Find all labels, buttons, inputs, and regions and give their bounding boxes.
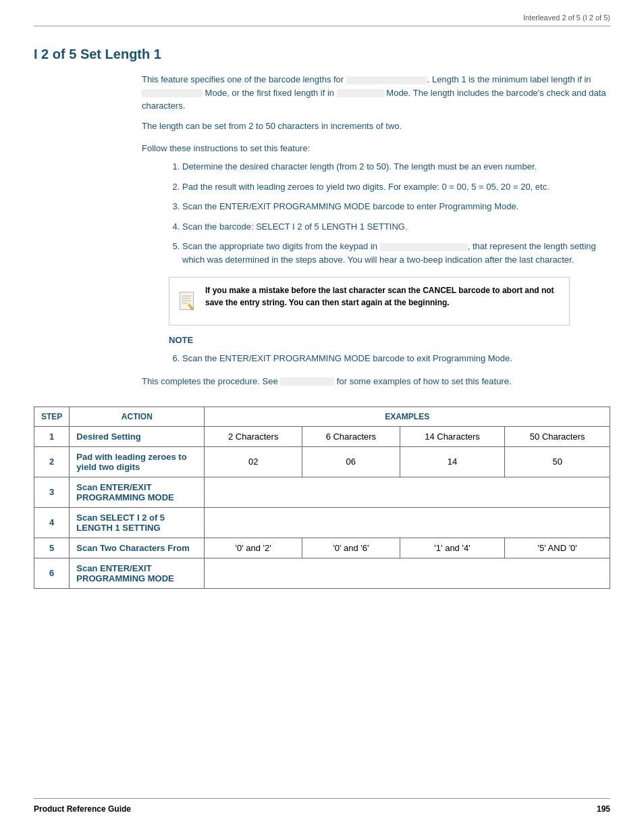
list-item-2: Pad the result with leading zeroes to yi… (182, 180, 610, 194)
table-example-1-2: 6 Characters (302, 426, 400, 446)
section-title: I 2 of 5 Set Length 1 (34, 47, 610, 62)
list-item-6: Scan the ENTER/EXIT PROGRAMMING MODE bar… (182, 352, 610, 365)
steps-list: Determine the desired character length (… (169, 160, 610, 266)
table-action-4: Scan SELECT I 2 of 5 LENGTH 1 SETTING (70, 507, 205, 538)
table-step-2: 2 (34, 446, 70, 477)
top-header: Interleaved 2 of 5 (I 2 of 5) (34, 14, 610, 26)
table-step-6: 6 (34, 558, 70, 588)
table-row: 5Scan Two Characters From'0' and '2''0' … (34, 538, 610, 558)
page-container: Interleaved 2 of 5 (I 2 of 5) I 2 of 5 S… (0, 0, 644, 834)
col-examples: EXAMPLES (205, 407, 610, 426)
table-example-5-2: '0' and '6' (302, 538, 400, 558)
col-step: STEP (34, 407, 70, 426)
table-fullspan-6 (205, 558, 610, 588)
table-action-1: Desired Setting (70, 426, 205, 446)
table-example-5-4: '5' AND '0' (505, 538, 610, 558)
col-action: ACTION (70, 407, 205, 426)
data-table: STEP ACTION EXAMPLES 1Desired Setting2 C… (34, 407, 610, 589)
table-action-3: Scan ENTER/EXIT PROGRAMMING MODE (70, 477, 205, 507)
notepad-icon (179, 284, 196, 318)
table-action-2: Pad with leading zeroes to yield two dig… (70, 446, 205, 477)
table-example-5-1: '0' and '2' (205, 538, 302, 558)
follow-text: Follow these instructions to set this fe… (142, 143, 610, 153)
table-action-6: Scan ENTER/EXIT PROGRAMMING MODE (70, 558, 205, 588)
table-example-1-4: 50 Characters (505, 426, 610, 446)
table-row: 2Pad with leading zeroes to yield two di… (34, 446, 610, 477)
table-example-2-3: 14 (400, 446, 505, 477)
table-action-5: Scan Two Characters From (70, 538, 205, 558)
table-fullspan-4 (205, 507, 610, 538)
note-label: NOTE (169, 335, 610, 345)
completes-text: This completes the procedure. See for so… (142, 376, 610, 386)
table-step-3: 3 (34, 477, 70, 507)
table-fullspan-3 (205, 477, 610, 507)
header-text: Interleaved 2 of 5 (I 2 of 5) (523, 14, 610, 22)
table-example-2-1: 02 (205, 446, 302, 477)
list-item-1: Determine the desired character length (… (182, 160, 610, 174)
note-content: If you make a mistake before the last ch… (205, 284, 560, 309)
note-bold-text: If you make a mistake before the last ch… (205, 286, 554, 307)
list-item-3: Scan the ENTER/EXIT PROGRAMMING MODE bar… (182, 200, 610, 213)
step5-text: Scan the appropriate two digits from the… (182, 241, 596, 265)
table-row: 1Desired Setting2 Characters6 Characters… (34, 426, 610, 446)
table-example-2-2: 06 (302, 446, 400, 477)
table-example-1-1: 2 Characters (205, 426, 302, 446)
table-example-1-3: 14 Characters (400, 426, 505, 446)
table-example-5-3: '1' and '4' (400, 538, 505, 558)
table-row: 4Scan SELECT I 2 of 5 LENGTH 1 SETTING (34, 507, 610, 538)
steps-list-cont: Scan the ENTER/EXIT PROGRAMMING MODE bar… (169, 352, 610, 365)
body-para2: The length can be set from 2 to 50 chara… (142, 120, 610, 133)
body-para1-text: This feature specifies one of the barcod… (142, 74, 606, 111)
table-row: 3Scan ENTER/EXIT PROGRAMMING MODE (34, 477, 610, 507)
table-example-2-4: 50 (505, 446, 610, 477)
table-row: 6Scan ENTER/EXIT PROGRAMMING MODE (34, 558, 610, 588)
table-step-5: 5 (34, 538, 70, 558)
table-step-4: 4 (34, 507, 70, 538)
note-box: If you make a mistake before the last ch… (169, 277, 570, 325)
table-step-1: 1 (34, 426, 70, 446)
body-para1: This feature specifies one of the barcod… (142, 73, 610, 113)
completes-span: This completes the procedure. See for so… (142, 376, 512, 386)
list-item-4: Scan the barcode: SELECT I 2 of 5 LENGTH… (182, 220, 610, 234)
footer-right: 195 (597, 804, 610, 814)
list-item-5: Scan the appropriate two digits from the… (182, 240, 610, 266)
page-footer: Product Reference Guide 195 (34, 798, 610, 814)
footer-left: Product Reference Guide (34, 804, 131, 814)
